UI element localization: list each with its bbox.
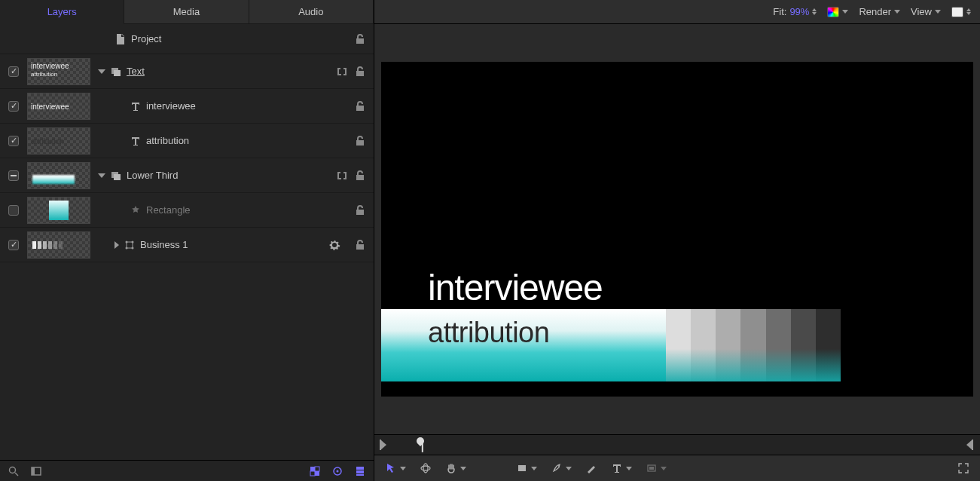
text-icon — [130, 135, 142, 147]
layer-label: Text — [127, 66, 145, 77]
project-label: Project — [131, 33, 161, 44]
lock-icon[interactable] — [354, 33, 366, 45]
replicator-icon — [124, 239, 136, 251]
layer-thumbnail: attribution — [27, 127, 90, 155]
chevron-down-icon — [626, 467, 632, 470]
text-tool[interactable] — [611, 462, 632, 474]
lock-icon[interactable] — [354, 170, 366, 182]
layer-list: Project interviewee attribution Text — [0, 24, 374, 460]
canvas-title-text[interactable]: interviewee — [381, 270, 841, 306]
layer-thumbnail — [27, 197, 90, 224]
lock-icon[interactable] — [354, 239, 366, 251]
svg-rect-19 — [356, 474, 364, 476]
rectangle-tool[interactable] — [516, 462, 537, 474]
svg-rect-25 — [649, 467, 654, 470]
gear-icon[interactable] — [328, 239, 340, 251]
lock-icon[interactable] — [354, 66, 366, 78]
search-icon[interactable] — [8, 465, 20, 477]
layer-thumbnail — [27, 162, 90, 189]
svg-rect-13 — [315, 467, 319, 471]
play-range-out[interactable] — [966, 440, 972, 450]
stepper-icon — [812, 8, 817, 15]
render-menu[interactable]: Render — [859, 6, 900, 17]
lock-icon[interactable] — [354, 204, 366, 216]
view-menu[interactable]: View — [911, 6, 941, 17]
pan-tool[interactable] — [445, 462, 466, 474]
visibility-checkbox[interactable] — [8, 205, 19, 216]
canvas-subtitle-text[interactable]: attribution — [428, 317, 549, 349]
mini-timeline[interactable] — [374, 434, 980, 455]
stepper-icon — [966, 8, 971, 15]
layer-attribution[interactable]: attribution attribution — [0, 124, 374, 158]
svg-rect-18 — [356, 470, 364, 473]
layer-label: interviewee — [146, 100, 196, 112]
swatch-icon — [951, 7, 963, 17]
group-icon — [110, 66, 122, 78]
svg-point-23 — [558, 465, 560, 467]
visibility-checkbox[interactable] — [8, 66, 19, 77]
settings-icon[interactable] — [331, 465, 343, 477]
canvas-toolbar — [374, 455, 980, 481]
select-tool[interactable] — [385, 462, 406, 474]
layer-rectangle[interactable]: Rectangle — [0, 193, 374, 228]
svg-rect-22 — [518, 465, 526, 471]
lock-icon[interactable] — [354, 100, 366, 112]
3d-transform-tool[interactable] — [420, 462, 432, 474]
layer-label: attribution — [146, 135, 189, 146]
svg-point-20 — [421, 466, 430, 470]
fullscreen-icon[interactable] — [957, 462, 969, 474]
svg-point-8 — [10, 467, 16, 473]
svg-rect-14 — [310, 471, 315, 476]
background-menu[interactable] — [951, 7, 971, 17]
color-swatch-icon — [827, 7, 839, 17]
stack-icon[interactable] — [354, 465, 366, 477]
layer-lower-third-group[interactable]: Lower Third — [0, 158, 374, 193]
chevron-down-icon — [400, 467, 406, 470]
layer-label: Lower Third — [127, 170, 178, 181]
disclosure-triangle[interactable] — [114, 241, 119, 249]
tab-audio[interactable]: Audio — [249, 0, 374, 24]
svg-rect-1 — [114, 70, 121, 76]
tab-media[interactable]: Media — [124, 0, 249, 24]
mask-tool[interactable] — [646, 462, 667, 474]
fit-control[interactable]: Fit: 99% — [773, 6, 817, 17]
layer-business-1[interactable]: Business 1 — [0, 228, 374, 262]
viewer-panel: Fit: 99% Render View interviewee — [374, 0, 980, 481]
svg-rect-11 — [310, 467, 315, 471]
canvas[interactable]: interviewee attribution — [381, 62, 973, 397]
layers-panel: Layers Media Audio Project — [0, 0, 374, 481]
checker-icon[interactable] — [309, 465, 321, 477]
chevron-down-icon — [661, 467, 667, 470]
brush-tool[interactable] — [585, 462, 597, 474]
lower-third-preview: interviewee attribution — [381, 270, 841, 381]
color-channel-menu[interactable] — [827, 7, 848, 17]
visibility-checkbox[interactable] — [8, 101, 19, 112]
visibility-checkbox[interactable] — [8, 136, 19, 146]
visibility-checkbox[interactable] — [8, 170, 19, 181]
left-panel-footer — [0, 460, 374, 481]
layer-label: Business 1 — [140, 239, 188, 250]
link-icon[interactable] — [336, 66, 348, 78]
lock-icon[interactable] — [354, 135, 366, 147]
tab-layers[interactable]: Layers — [0, 0, 124, 24]
layer-label: Rectangle — [146, 204, 191, 216]
playhead[interactable] — [415, 436, 426, 446]
disclosure-triangle[interactable] — [98, 173, 105, 178]
layer-text-group[interactable]: interviewee attribution Text — [0, 54, 374, 89]
chevron-down-icon — [566, 467, 572, 470]
svg-rect-12 — [315, 471, 319, 476]
disclosure-triangle[interactable] — [98, 69, 105, 74]
project-row[interactable]: Project — [0, 24, 374, 54]
panel-icon[interactable] — [30, 465, 42, 477]
pen-tool[interactable] — [551, 462, 572, 474]
layer-interviewee[interactable]: interviewee interviewee — [0, 89, 374, 124]
visibility-checkbox[interactable] — [8, 240, 19, 250]
project-icon — [114, 33, 127, 45]
layer-thumbnail: interviewee — [27, 93, 90, 120]
link-icon[interactable] — [336, 170, 348, 182]
fit-label: Fit: — [773, 6, 786, 17]
play-range-in[interactable] — [380, 440, 386, 450]
svg-rect-17 — [356, 467, 364, 470]
canvas-area[interactable]: interviewee attribution — [374, 24, 980, 434]
svg-point-16 — [337, 470, 339, 472]
